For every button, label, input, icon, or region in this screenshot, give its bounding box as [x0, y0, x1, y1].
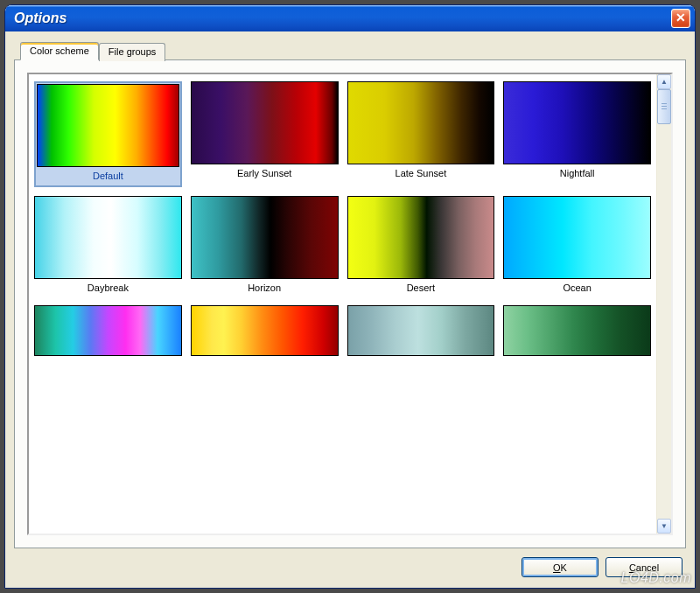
- scroll-up-button[interactable]: ▲: [657, 74, 671, 89]
- color-scheme-preview: [347, 196, 495, 279]
- scroll-track[interactable]: [657, 89, 671, 519]
- color-scheme-item[interactable]: Early Sunset: [191, 81, 339, 187]
- options-dialog: Options ✕ Color scheme File groups Defau…: [4, 4, 696, 589]
- color-scheme-preview: [503, 81, 651, 164]
- client-area: Color scheme File groups DefaultEarly Su…: [5, 31, 695, 588]
- color-scheme-item[interactable]: [347, 305, 495, 356]
- color-scheme-item[interactable]: [503, 305, 651, 356]
- close-icon: ✕: [676, 10, 686, 24]
- color-scheme-item[interactable]: Desert: [347, 196, 495, 296]
- tab-panel-color-scheme: DefaultEarly SunsetLate SunsetNightfallD…: [14, 59, 686, 548]
- close-button[interactable]: ✕: [671, 9, 690, 28]
- color-scheme-item[interactable]: Horizon: [191, 196, 339, 296]
- tab-color-scheme[interactable]: Color scheme: [20, 42, 99, 60]
- color-scheme-preview: [347, 81, 495, 164]
- ok-hotkey: O: [553, 562, 561, 573]
- color-scheme-label: Default: [37, 167, 179, 185]
- scheme-list-container: DefaultEarly SunsetLate SunsetNightfallD…: [27, 73, 673, 535]
- scroll-thumb[interactable]: [657, 89, 671, 124]
- cancel-rest: ancel: [636, 562, 659, 573]
- color-scheme-label: Horizon: [191, 279, 339, 296]
- cancel-button[interactable]: Cancel: [606, 557, 682, 577]
- color-scheme-preview: [503, 196, 651, 279]
- color-scheme-item[interactable]: Late Sunset: [347, 81, 495, 187]
- ok-button[interactable]: OK: [522, 557, 598, 577]
- color-scheme-label: Desert: [347, 279, 495, 296]
- titlebar[interactable]: Options ✕: [5, 5, 695, 31]
- color-scheme-item[interactable]: Default: [34, 81, 182, 187]
- color-scheme-item[interactable]: [191, 305, 339, 356]
- color-scheme-item[interactable]: [34, 305, 182, 356]
- color-scheme-preview: [191, 196, 339, 279]
- scroll-down-button[interactable]: ▼: [657, 519, 671, 534]
- color-scheme-label: Ocean: [503, 279, 651, 296]
- chevron-down-icon: ▼: [661, 522, 668, 530]
- color-scheme-label: Daybreak: [34, 279, 182, 296]
- vertical-scrollbar[interactable]: ▲ ▼: [656, 74, 671, 534]
- color-scheme-preview: [191, 81, 339, 164]
- color-scheme-preview: [347, 305, 495, 356]
- tab-file-groups[interactable]: File groups: [99, 43, 165, 61]
- color-scheme-preview: [191, 305, 339, 356]
- color-scheme-preview: [37, 84, 179, 167]
- color-scheme-label: Early Sunset: [191, 164, 339, 182]
- chevron-up-icon: ▲: [661, 78, 668, 86]
- tab-label: File groups: [108, 46, 156, 57]
- ok-rest: K: [561, 562, 567, 573]
- dialog-button-row: OK Cancel: [14, 548, 686, 577]
- color-scheme-preview: [503, 305, 651, 356]
- cancel-hotkey: C: [629, 562, 636, 573]
- window-title: Options: [14, 10, 671, 26]
- color-scheme-label: Late Sunset: [347, 164, 495, 182]
- color-scheme-item[interactable]: Daybreak: [34, 196, 182, 296]
- color-scheme-item[interactable]: Ocean: [503, 196, 651, 296]
- color-scheme-item[interactable]: Nightfall: [503, 81, 651, 187]
- color-scheme-preview: [34, 196, 182, 279]
- tab-label: Color scheme: [30, 45, 89, 56]
- color-scheme-label: Nightfall: [503, 164, 651, 182]
- scheme-list: DefaultEarly SunsetLate SunsetNightfallD…: [29, 74, 656, 534]
- color-scheme-preview: [34, 305, 182, 356]
- tab-strip: Color scheme File groups: [20, 42, 686, 60]
